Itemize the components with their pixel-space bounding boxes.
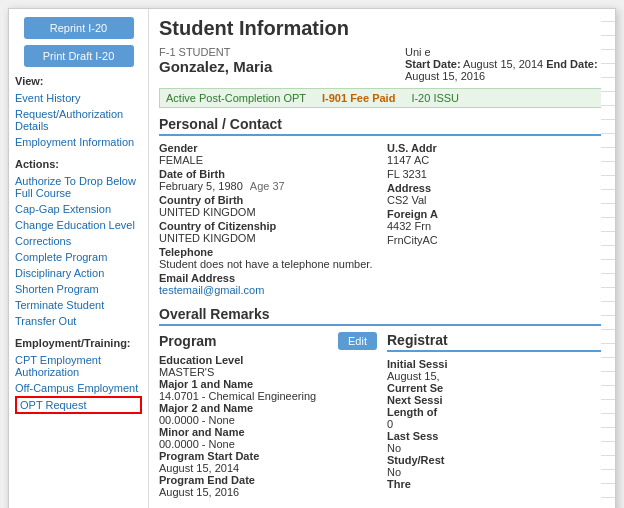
gender-block: Gender FEMALE [159, 142, 377, 166]
us-addr-block: U.S. Addr 1147 AC [387, 142, 605, 166]
employment-section-label: Employment/Training: [15, 337, 142, 349]
sidebar-link-transfer[interactable]: Transfer Out [15, 313, 142, 329]
email-block: Email Address testemail@gmail.com [159, 272, 377, 296]
status-bar: Active Post-Completion OPT I-901 Fee Pai… [159, 88, 605, 108]
cob-label: Country of Birth [159, 194, 377, 206]
status-fee: I-901 Fee Paid [322, 92, 395, 104]
page-title: Student Information [159, 17, 605, 40]
last-sess-value: No [387, 442, 605, 454]
university-partial: Uni e [405, 46, 605, 58]
cob-block: Country of Birth UNITED KINGDOM [159, 194, 377, 218]
view-section-label: View: [15, 75, 142, 87]
state-block: FL 3231 [387, 168, 605, 180]
major2-label: Major 2 and Name [159, 402, 377, 414]
sidebar-link-request-auth[interactable]: Request/Authorization Details [15, 106, 142, 134]
reprint-i20-button[interactable]: Reprint I-20 [24, 17, 134, 39]
next-sess-label: Next Sessi [387, 394, 605, 406]
sidebar-link-employment-info[interactable]: Employment Information [15, 134, 142, 150]
coc-value: UNITED KINGDOM [159, 232, 377, 244]
student-type: F-1 STUDENT [159, 46, 272, 58]
foreign-value: 4432 Frn [387, 220, 605, 232]
sidebar-link-change-edu[interactable]: Change Education Level [15, 217, 142, 233]
sidebar-link-terminate[interactable]: Terminate Student [15, 297, 142, 313]
dates-line: Start Date: August 15, 2014 End Date: Au… [405, 58, 605, 82]
personal-info-grid: Gender FEMALE Date of Birth February 5, … [159, 142, 605, 298]
end-date: August 15, 2016 [405, 70, 485, 82]
three-label: Thre [387, 478, 605, 490]
coc-label: Country of Citizenship [159, 220, 377, 232]
program-section: Program Edit Education Level MASTER'S Ma… [159, 332, 605, 498]
edu-level-label: Education Level [159, 354, 377, 366]
initial-session-value: August 15, [387, 370, 605, 382]
coc-block: Country of Citizenship UNITED KINGDOM [159, 220, 377, 244]
sidebar-link-corrections[interactable]: Corrections [15, 233, 142, 249]
frn-city-block: FrnCityAC [387, 234, 605, 246]
program-title: Program [159, 333, 217, 349]
edu-level-value: MASTER'S [159, 366, 377, 378]
foreign-label: Foreign A [387, 208, 605, 220]
study-rest-value: No [387, 466, 605, 478]
status-opt: Active Post-Completion OPT [166, 92, 306, 104]
registration-col: Registrat Initial Sessi August 15, Curre… [387, 332, 605, 498]
minor-value: 00.0000 - None [159, 438, 377, 450]
length-value: 0 [387, 418, 605, 430]
current-se-label: Current Se [387, 382, 605, 394]
edit-button[interactable]: Edit [338, 332, 377, 350]
sidebar-link-offcampus[interactable]: Off-Campus Employment [15, 380, 142, 396]
start-date: August 15, 2014 [463, 58, 543, 70]
frn-city-value: FrnCityAC [387, 234, 605, 246]
program-header: Program Edit [159, 332, 377, 350]
last-sess-label: Last Sess [387, 430, 605, 442]
prog-start-label: Program Start Date [159, 450, 377, 462]
length-label: Length of [387, 406, 605, 418]
us-addr-label: U.S. Addr [387, 142, 605, 154]
sidebar-link-shorten[interactable]: Shorten Program [15, 281, 142, 297]
student-name: Gonzalez, Maria [159, 58, 272, 75]
registration-title: Registrat [387, 332, 605, 352]
dob-value: February 5, 1980 Age 37 [159, 180, 377, 192]
personal-contact-title: Personal / Contact [159, 116, 605, 136]
gender-label: Gender [159, 142, 377, 154]
addr-value: CS2 Val [387, 194, 605, 206]
addr-block: Address CS2 Val [387, 182, 605, 206]
minor-label: Minor and Name [159, 426, 377, 438]
program-grid: Program Edit Education Level MASTER'S Ma… [159, 332, 605, 498]
age-text: Age 37 [250, 180, 285, 192]
start-label: Start Date: [405, 58, 461, 70]
sidebar-link-cpt[interactable]: CPT Employment Authorization [15, 352, 142, 380]
email-label: Email Address [159, 272, 377, 284]
study-rest-label: Study/Rest [387, 454, 605, 466]
foreign-block: Foreign A 4432 Frn [387, 208, 605, 232]
telephone-label: Telephone [159, 246, 377, 258]
dob-label: Date of Birth [159, 168, 377, 180]
state-value: FL 3231 [387, 168, 605, 180]
major1-value: 14.0701 - Chemical Engineering [159, 390, 377, 402]
us-addr-value: 1147 AC [387, 154, 605, 166]
initial-session-label: Initial Sessi [387, 358, 605, 370]
gender-value: FEMALE [159, 154, 377, 166]
overall-remarks-title: Overall Remarks [159, 306, 605, 326]
sidebar-link-event-history[interactable]: Event History [15, 90, 142, 106]
sidebar-link-authorize-drop[interactable]: Authorize To Drop Below Full Course [15, 173, 142, 201]
prog-end-value: August 15, 2016 [159, 486, 377, 498]
main-content: Student Information F-1 STUDENT Gonzalez… [149, 9, 615, 508]
prog-start-value: August 15, 2014 [159, 462, 377, 474]
actions-section-label: Actions: [15, 158, 142, 170]
sidebar: Reprint I-20 Print Draft I-20 View: Even… [9, 9, 149, 508]
telephone-block: Telephone Student does not have a teleph… [159, 246, 377, 270]
cob-value: UNITED KINGDOM [159, 206, 377, 218]
end-label: End Date: [546, 58, 597, 70]
sidebar-link-capgap[interactable]: Cap-Gap Extension [15, 201, 142, 217]
dob-block: Date of Birth February 5, 1980 Age 37 [159, 168, 377, 192]
program-col-left: Program Edit Education Level MASTER'S Ma… [159, 332, 377, 498]
prog-end-label: Program End Date [159, 474, 377, 486]
major2-value: 00.0000 - None [159, 414, 377, 426]
sidebar-link-opt-request[interactable]: OPT Request [15, 396, 142, 414]
sidebar-link-complete-program[interactable]: Complete Program [15, 249, 142, 265]
major1-label: Major 1 and Name [159, 378, 377, 390]
sidebar-link-disciplinary[interactable]: Disciplinary Action [15, 265, 142, 281]
student-header: F-1 STUDENT Gonzalez, Maria Uni e Start … [159, 46, 605, 84]
print-draft-i20-button[interactable]: Print Draft I-20 [24, 45, 134, 67]
email-value: testemail@gmail.com [159, 284, 377, 296]
addr-label: Address [387, 182, 605, 194]
